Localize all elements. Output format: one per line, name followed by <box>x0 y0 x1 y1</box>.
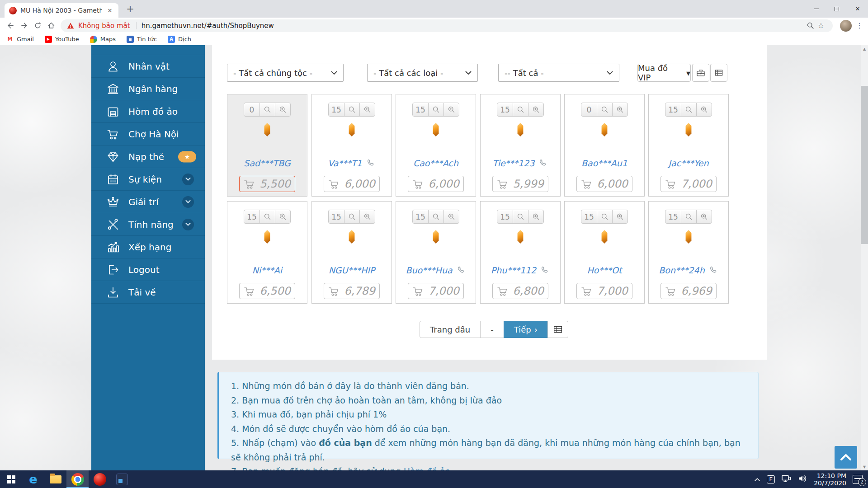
browser-scrollbar[interactable]: ▲ ▼ <box>861 45 868 470</box>
sidebar-item-nhan-vat[interactable]: Nhân vật <box>91 55 205 78</box>
race-filter-select[interactable]: - Tất cả chủng tộc - <box>227 64 344 82</box>
page-url[interactable]: hn.gamethuvn.net/#auth/ShopBuynew <box>142 22 274 30</box>
bookmark-news[interactable]: ≡ Tin tức <box>127 36 157 43</box>
seller-name[interactable]: Bon***24h <box>649 265 728 275</box>
scrollbar-up-arrow[interactable]: ▲ <box>861 45 868 52</box>
sidebar-item-tai-ve[interactable]: Tải về <box>91 281 205 304</box>
chevron-down-icon[interactable] <box>182 196 194 208</box>
seller-name[interactable]: Cao***Ach <box>396 158 476 168</box>
buy-button[interactable]: 5,999 <box>492 176 548 192</box>
sidebar-item-hom-do-ao[interactable]: Hòm đồ ảo <box>91 100 205 123</box>
browser-tab[interactable]: MU Hà Nội 2003 - GamethuVN.n ✕ <box>5 3 118 18</box>
seller-name[interactable]: Ni***Ai <box>227 265 307 275</box>
bookmark-youtube[interactable]: ▶ YouTube <box>45 36 79 43</box>
seller-name[interactable]: Va***T1 <box>312 158 392 168</box>
sidebar-item-ngan-hang[interactable]: Ngân hàng <box>91 78 205 100</box>
buy-button[interactable]: 6,000 <box>576 176 632 192</box>
maximize-button[interactable] <box>826 0 847 18</box>
address-bar[interactable]: Không bảo mật hn.gamethuvn.net/#auth/Sho… <box>61 19 833 32</box>
stock-count-button[interactable]: 15 <box>497 103 513 116</box>
start-button[interactable] <box>0 470 22 488</box>
stock-count-button[interactable]: 15 <box>329 210 344 223</box>
search-button[interactable] <box>428 210 443 223</box>
jewel-item-image[interactable] <box>431 230 440 244</box>
search-button[interactable] <box>681 103 696 116</box>
zoom-in-button[interactable] <box>696 210 712 223</box>
search-button[interactable] <box>513 210 528 223</box>
product-card[interactable]: 15 Cao***Ach 6,000 <box>396 94 476 197</box>
buy-button[interactable]: 6,789 <box>324 283 380 299</box>
scrollbar-thumb[interactable] <box>861 86 868 244</box>
search-button[interactable] <box>344 103 359 116</box>
bookmark-maps[interactable]: Maps <box>90 36 116 43</box>
zoom-in-button[interactable] <box>443 103 459 116</box>
close-button[interactable]: ✕ <box>847 0 868 18</box>
jewel-item-image[interactable] <box>516 230 525 244</box>
search-button[interactable] <box>259 210 275 223</box>
zoom-in-button[interactable] <box>359 103 375 116</box>
network-tray-button[interactable] <box>781 474 791 484</box>
sidebar-item-tinh-nang[interactable]: Tính năng <box>91 213 205 236</box>
taskbar-clock[interactable]: 12:10 PM 20/7/2020 <box>814 472 846 487</box>
sidebar-item-xep-hang[interactable]: Xếp hạng <box>91 236 205 258</box>
taskbar-edge[interactable]: e <box>22 470 44 488</box>
zoom-in-button[interactable] <box>612 103 627 116</box>
stock-count-button[interactable]: 0 <box>244 103 259 116</box>
search-button[interactable] <box>597 103 612 116</box>
zoom-in-button[interactable] <box>275 210 290 223</box>
taskbar-mu-game[interactable] <box>89 470 111 488</box>
sidebar-item-giai-tri[interactable]: Giải trí <box>91 191 205 213</box>
stock-count-button[interactable]: 15 <box>413 210 428 223</box>
product-card[interactable]: 0 Bao***Au1 6,000 <box>564 94 645 197</box>
buy-button[interactable]: 5,500 <box>239 176 295 192</box>
buy-button[interactable]: 6,500 <box>239 283 295 299</box>
search-button[interactable] <box>428 103 443 116</box>
back-button[interactable] <box>4 19 17 33</box>
first-page-button[interactable]: Trang đầu <box>420 321 481 338</box>
seller-name[interactable]: Jac***Yen <box>649 158 728 168</box>
jewel-item-image[interactable] <box>347 230 356 244</box>
jewel-item-image[interactable] <box>600 230 609 244</box>
seller-name[interactable]: Phu***112 <box>481 265 560 275</box>
bookmark-star-icon[interactable]: ☆ <box>816 21 826 30</box>
security-warning-icon[interactable] <box>67 22 74 29</box>
home-button[interactable] <box>44 19 58 33</box>
chevron-down-icon[interactable] <box>182 219 194 230</box>
product-card[interactable]: 0 Sad***TBG 5,500 <box>227 94 307 197</box>
security-warning-label[interactable]: Không bảo mật <box>78 22 130 30</box>
buy-button[interactable]: 6,800 <box>492 283 548 299</box>
scrollbar-down-arrow[interactable]: ▼ <box>861 463 868 470</box>
stock-count-button[interactable]: 0 <box>581 103 597 116</box>
minimize-button[interactable] <box>806 0 826 18</box>
zoom-in-button[interactable] <box>359 210 375 223</box>
buy-button[interactable]: 7,000 <box>408 283 464 299</box>
product-card[interactable]: 15 Bon***24h 6,969 <box>648 201 729 304</box>
product-card[interactable]: 15 Va***T1 6,000 <box>311 94 392 197</box>
jewel-item-image[interactable] <box>263 230 272 244</box>
jewel-item-image[interactable] <box>347 123 356 136</box>
zoom-in-button[interactable] <box>275 103 290 116</box>
scroll-to-top-button[interactable] <box>835 446 857 469</box>
product-card[interactable]: 15 Tie***123 5,999 <box>480 94 561 197</box>
buy-button[interactable]: 6,969 <box>660 283 717 299</box>
taskbar-media-app[interactable] <box>111 470 133 488</box>
zoom-indicator-icon[interactable] <box>805 22 816 29</box>
tray-expand-button[interactable] <box>754 475 760 483</box>
next-page-button[interactable]: Tiếp › <box>504 321 548 338</box>
action-center-button[interactable]: 2 <box>853 475 863 484</box>
buy-button[interactable]: 6,000 <box>408 176 464 192</box>
product-card[interactable]: 15 Phu***112 6,800 <box>480 201 561 304</box>
sidebar-item-su-kien[interactable]: Sự kiện <box>91 168 205 191</box>
seller-name[interactable]: Tie***123 <box>481 158 560 168</box>
zoom-in-button[interactable] <box>528 210 543 223</box>
stock-count-button[interactable]: 15 <box>413 103 428 116</box>
new-tab-button[interactable]: + <box>125 4 136 14</box>
sidebar-item-cho-ha-noi[interactable]: Chợ Hà Nội <box>91 123 205 145</box>
bookmark-gmail[interactable]: M Gmail <box>6 36 34 43</box>
grid-view-button[interactable] <box>547 321 568 338</box>
sidebar-item-nap-the[interactable]: Nạp thẻ ★ <box>91 145 205 168</box>
forward-button[interactable] <box>17 19 31 33</box>
jewel-item-image[interactable] <box>684 123 693 136</box>
seller-name[interactable]: Sad***TBG <box>227 158 307 168</box>
jewel-item-image[interactable] <box>431 123 440 136</box>
